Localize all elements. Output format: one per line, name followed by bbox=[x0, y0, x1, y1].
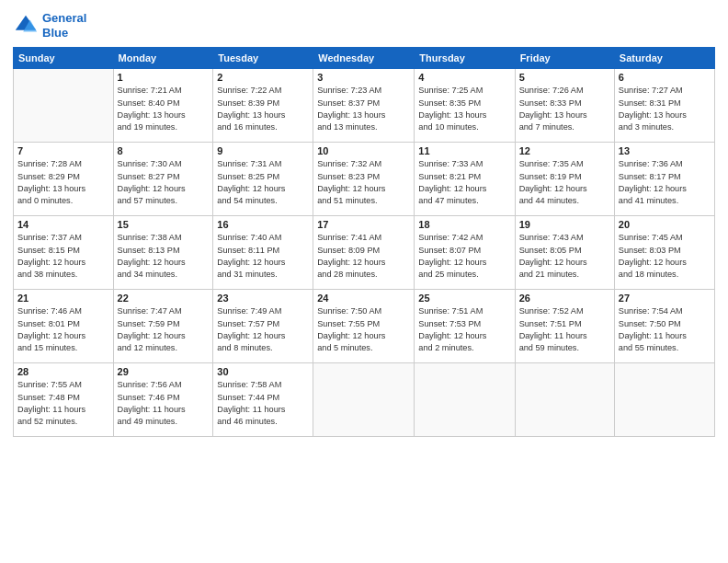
day-number: 8 bbox=[118, 145, 210, 156]
calendar-cell: 14Sunrise: 7:37 AM Sunset: 8:15 PM Dayli… bbox=[14, 216, 114, 290]
day-number: 9 bbox=[217, 145, 309, 156]
calendar-cell: 20Sunrise: 7:45 AM Sunset: 8:03 PM Dayli… bbox=[614, 216, 714, 290]
calendar-week-5: 28Sunrise: 7:55 AM Sunset: 7:48 PM Dayli… bbox=[14, 363, 715, 437]
calendar-cell: 9Sunrise: 7:31 AM Sunset: 8:25 PM Daylig… bbox=[213, 143, 313, 216]
day-number: 16 bbox=[217, 219, 309, 230]
calendar-cell: 3Sunrise: 7:23 AM Sunset: 8:37 PM Daylig… bbox=[313, 69, 415, 143]
day-info: Sunrise: 7:43 AM Sunset: 8:05 PM Dayligh… bbox=[519, 232, 610, 281]
day-number: 10 bbox=[317, 145, 410, 156]
calendar-cell: 5Sunrise: 7:26 AM Sunset: 8:33 PM Daylig… bbox=[515, 69, 614, 143]
day-info: Sunrise: 7:51 AM Sunset: 7:53 PM Dayligh… bbox=[418, 305, 510, 354]
day-info: Sunrise: 7:42 AM Sunset: 8:07 PM Dayligh… bbox=[418, 232, 510, 281]
calendar-cell bbox=[313, 363, 415, 437]
day-number: 29 bbox=[118, 366, 210, 377]
calendar-cell: 25Sunrise: 7:51 AM Sunset: 7:53 PM Dayli… bbox=[415, 290, 515, 363]
logo-line1: General bbox=[42, 11, 86, 26]
calendar-cell: 12Sunrise: 7:35 AM Sunset: 8:19 PM Dayli… bbox=[515, 143, 614, 216]
day-info: Sunrise: 7:26 AM Sunset: 8:33 PM Dayligh… bbox=[519, 85, 610, 133]
weekday-header-monday: Monday bbox=[113, 48, 213, 69]
calendar-cell: 23Sunrise: 7:49 AM Sunset: 7:57 PM Dayli… bbox=[213, 290, 313, 363]
day-number: 27 bbox=[619, 293, 711, 304]
calendar-cell: 11Sunrise: 7:33 AM Sunset: 8:21 PM Dayli… bbox=[415, 143, 515, 216]
day-number: 11 bbox=[418, 145, 510, 156]
day-info: Sunrise: 7:41 AM Sunset: 8:09 PM Dayligh… bbox=[317, 232, 410, 281]
weekday-header-row: SundayMondayTuesdayWednesdayThursdayFrid… bbox=[14, 48, 715, 69]
calendar-week-2: 7Sunrise: 7:28 AM Sunset: 8:29 PM Daylig… bbox=[14, 143, 715, 216]
day-number: 30 bbox=[217, 366, 309, 377]
day-info: Sunrise: 7:32 AM Sunset: 8:23 PM Dayligh… bbox=[317, 158, 410, 207]
day-info: Sunrise: 7:22 AM Sunset: 8:39 PM Dayligh… bbox=[217, 85, 309, 133]
weekday-header-saturday: Saturday bbox=[614, 48, 714, 69]
calendar-cell: 6Sunrise: 7:27 AM Sunset: 8:31 PM Daylig… bbox=[614, 69, 714, 143]
calendar-cell bbox=[415, 363, 515, 437]
day-number: 22 bbox=[118, 293, 210, 304]
calendar-cell: 26Sunrise: 7:52 AM Sunset: 7:51 PM Dayli… bbox=[515, 290, 614, 363]
day-info: Sunrise: 7:30 AM Sunset: 8:27 PM Dayligh… bbox=[118, 158, 210, 207]
day-number: 18 bbox=[418, 219, 510, 230]
calendar-cell: 7Sunrise: 7:28 AM Sunset: 8:29 PM Daylig… bbox=[14, 143, 114, 216]
logo: General Blue bbox=[13, 11, 86, 40]
calendar-cell: 30Sunrise: 7:58 AM Sunset: 7:44 PM Dayli… bbox=[213, 363, 313, 437]
day-info: Sunrise: 7:50 AM Sunset: 7:55 PM Dayligh… bbox=[317, 305, 410, 354]
day-number: 20 bbox=[619, 219, 711, 230]
day-number: 26 bbox=[519, 293, 610, 304]
day-number: 28 bbox=[17, 366, 109, 377]
logo-icon bbox=[13, 13, 39, 39]
day-number: 25 bbox=[418, 293, 510, 304]
calendar-table: SundayMondayTuesdayWednesdayThursdayFrid… bbox=[13, 47, 715, 437]
day-number: 4 bbox=[418, 72, 510, 83]
calendar-cell: 2Sunrise: 7:22 AM Sunset: 8:39 PM Daylig… bbox=[213, 69, 313, 143]
day-info: Sunrise: 7:21 AM Sunset: 8:40 PM Dayligh… bbox=[118, 85, 210, 133]
day-info: Sunrise: 7:31 AM Sunset: 8:25 PM Dayligh… bbox=[217, 158, 309, 207]
day-info: Sunrise: 7:49 AM Sunset: 7:57 PM Dayligh… bbox=[217, 305, 309, 354]
weekday-header-thursday: Thursday bbox=[415, 48, 515, 69]
day-info: Sunrise: 7:40 AM Sunset: 8:11 PM Dayligh… bbox=[217, 232, 309, 281]
calendar-cell: 28Sunrise: 7:55 AM Sunset: 7:48 PM Dayli… bbox=[14, 363, 114, 437]
calendar-cell: 15Sunrise: 7:38 AM Sunset: 8:13 PM Dayli… bbox=[113, 216, 213, 290]
weekday-header-tuesday: Tuesday bbox=[213, 48, 313, 69]
page-header: General Blue bbox=[13, 11, 715, 40]
day-info: Sunrise: 7:23 AM Sunset: 8:37 PM Dayligh… bbox=[317, 85, 410, 133]
calendar-week-4: 21Sunrise: 7:46 AM Sunset: 8:01 PM Dayli… bbox=[14, 290, 715, 363]
day-number: 7 bbox=[17, 145, 109, 156]
day-info: Sunrise: 7:45 AM Sunset: 8:03 PM Dayligh… bbox=[619, 232, 711, 281]
weekday-header-friday: Friday bbox=[515, 48, 614, 69]
calendar-cell: 8Sunrise: 7:30 AM Sunset: 8:27 PM Daylig… bbox=[113, 143, 213, 216]
calendar-cell: 13Sunrise: 7:36 AM Sunset: 8:17 PM Dayli… bbox=[614, 143, 714, 216]
day-number: 24 bbox=[317, 293, 410, 304]
day-info: Sunrise: 7:55 AM Sunset: 7:48 PM Dayligh… bbox=[17, 379, 109, 428]
day-info: Sunrise: 7:25 AM Sunset: 8:35 PM Dayligh… bbox=[418, 85, 510, 133]
calendar-cell: 19Sunrise: 7:43 AM Sunset: 8:05 PM Dayli… bbox=[515, 216, 614, 290]
calendar-cell bbox=[14, 69, 114, 143]
calendar-cell: 4Sunrise: 7:25 AM Sunset: 8:35 PM Daylig… bbox=[415, 69, 515, 143]
day-number: 23 bbox=[217, 293, 309, 304]
day-number: 2 bbox=[217, 72, 309, 83]
day-info: Sunrise: 7:33 AM Sunset: 8:21 PM Dayligh… bbox=[418, 158, 510, 207]
calendar-cell: 27Sunrise: 7:54 AM Sunset: 7:50 PM Dayli… bbox=[614, 290, 714, 363]
day-number: 14 bbox=[17, 219, 109, 230]
day-info: Sunrise: 7:35 AM Sunset: 8:19 PM Dayligh… bbox=[519, 158, 610, 207]
day-number: 12 bbox=[519, 145, 610, 156]
day-number: 5 bbox=[519, 72, 610, 83]
day-number: 15 bbox=[118, 219, 210, 230]
logo-line2: Blue bbox=[42, 26, 86, 40]
calendar-week-1: 1Sunrise: 7:21 AM Sunset: 8:40 PM Daylig… bbox=[14, 69, 715, 143]
calendar-cell: 29Sunrise: 7:56 AM Sunset: 7:46 PM Dayli… bbox=[113, 363, 213, 437]
calendar-cell: 16Sunrise: 7:40 AM Sunset: 8:11 PM Dayli… bbox=[213, 216, 313, 290]
calendar-week-3: 14Sunrise: 7:37 AM Sunset: 8:15 PM Dayli… bbox=[14, 216, 715, 290]
calendar-cell: 1Sunrise: 7:21 AM Sunset: 8:40 PM Daylig… bbox=[113, 69, 213, 143]
day-number: 21 bbox=[17, 293, 109, 304]
calendar-cell bbox=[614, 363, 714, 437]
calendar-cell bbox=[515, 363, 614, 437]
day-info: Sunrise: 7:56 AM Sunset: 7:46 PM Dayligh… bbox=[118, 379, 210, 428]
day-number: 17 bbox=[317, 219, 410, 230]
calendar-cell: 22Sunrise: 7:47 AM Sunset: 7:59 PM Dayli… bbox=[113, 290, 213, 363]
calendar-cell: 17Sunrise: 7:41 AM Sunset: 8:09 PM Dayli… bbox=[313, 216, 415, 290]
calendar-cell: 10Sunrise: 7:32 AM Sunset: 8:23 PM Dayli… bbox=[313, 143, 415, 216]
day-info: Sunrise: 7:58 AM Sunset: 7:44 PM Dayligh… bbox=[217, 379, 309, 428]
day-info: Sunrise: 7:47 AM Sunset: 7:59 PM Dayligh… bbox=[118, 305, 210, 354]
day-number: 6 bbox=[619, 72, 711, 83]
weekday-header-sunday: Sunday bbox=[14, 48, 114, 69]
day-info: Sunrise: 7:46 AM Sunset: 8:01 PM Dayligh… bbox=[17, 305, 109, 354]
day-info: Sunrise: 7:36 AM Sunset: 8:17 PM Dayligh… bbox=[619, 158, 711, 207]
